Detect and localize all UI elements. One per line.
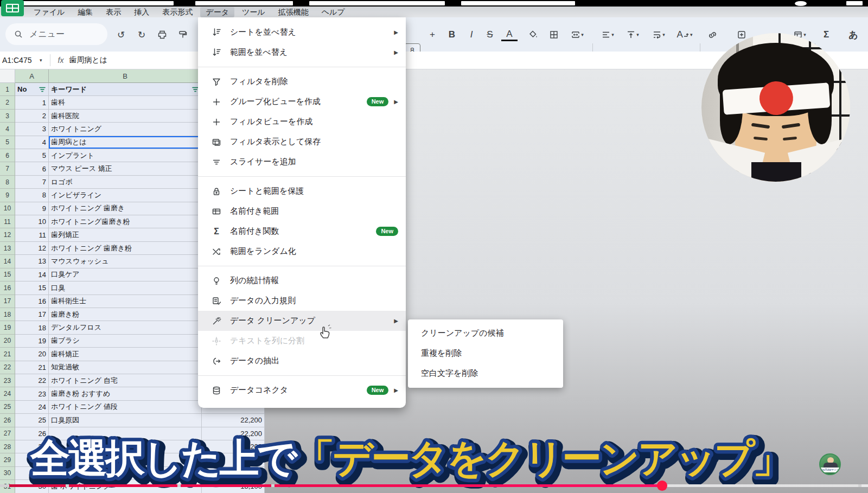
cell-b[interactable]: 口臭 — [49, 281, 202, 294]
submenu-item-クリーンアップの候補[interactable]: クリーンアップの候補 — [408, 323, 563, 343]
print-button[interactable] — [154, 27, 170, 43]
menu-bar-item-データ[interactable]: データ — [200, 7, 234, 17]
cell-a[interactable]: 23 — [15, 387, 49, 400]
menu-item-フィルタ表示として保存[interactable]: フィルタ表示として保存 — [198, 132, 406, 152]
menu-item-列の統計情報[interactable]: 列の統計情報 — [198, 271, 406, 291]
cell-a[interactable]: 14 — [15, 268, 49, 281]
merge-cells-button[interactable]: ▾ — [565, 27, 589, 43]
row-header[interactable]: 18 — [0, 308, 15, 321]
horizontal-align-button[interactable]: ▾ — [596, 27, 620, 43]
select-all-corner[interactable] — [0, 69, 15, 83]
undo-button[interactable]: ↺ — [113, 27, 129, 43]
cell-b[interactable] — [49, 440, 202, 453]
cell-c[interactable]: 22,200 — [202, 414, 265, 427]
cell-a[interactable]: 10 — [15, 215, 49, 228]
cell-a[interactable]: 17 — [15, 308, 49, 321]
cell-a[interactable]: 15 — [15, 281, 49, 294]
row-header[interactable]: 29 — [0, 453, 15, 466]
cell-a[interactable]: 11 — [15, 228, 49, 241]
menu-item-テキストを列に分割[interactable]: テキストを列に分割 — [198, 331, 406, 351]
row-header[interactable]: 7 — [0, 162, 15, 175]
row-header[interactable]: 5 — [0, 136, 15, 149]
row-header[interactable]: 2 — [0, 96, 15, 109]
cell-a[interactable]: 5 — [15, 149, 49, 162]
cell-a[interactable]: 7 — [15, 176, 49, 189]
row-header[interactable]: 11 — [0, 215, 15, 228]
cell-b[interactable]: キーワード — [49, 83, 202, 96]
menu-item-グループ化ビューを作成[interactable]: グループ化ビューを作成 New▶ — [198, 92, 406, 112]
cell-a[interactable]: 18 — [15, 321, 49, 334]
cell-b[interactable]: 歯科矯正 — [49, 348, 202, 361]
cell-a[interactable]: 9 — [15, 202, 49, 215]
cell-b[interactable]: ホワイトニング 値段 — [49, 401, 202, 414]
cell-a[interactable]: 3 — [15, 123, 49, 136]
cell-b[interactable]: 歯周病とは — [49, 136, 202, 149]
cell-a[interactable]: 27 — [15, 440, 49, 453]
cell-b[interactable]: ホワイトニング歯磨き粉 — [49, 215, 202, 228]
cell-c[interactable]: 22,200 — [202, 427, 265, 440]
menu-bar-item-拡張機能[interactable]: 拡張機能 — [273, 7, 314, 17]
cell-a[interactable]: 6 — [15, 162, 49, 175]
formula-input[interactable]: 歯周病とは — [69, 55, 107, 65]
row-header[interactable]: 23 — [0, 374, 15, 387]
row-header[interactable]: 19 — [0, 321, 15, 334]
column-header-a[interactable]: A — [15, 69, 49, 83]
cell-b[interactable]: インビザライン — [49, 189, 202, 202]
strikethrough-button[interactable]: S — [482, 27, 498, 43]
cell-b[interactable] — [49, 427, 202, 440]
row-header[interactable]: 10 — [0, 202, 15, 215]
video-progress-bar[interactable] — [0, 483, 868, 493]
cell-b[interactable]: 歯科 — [49, 96, 202, 109]
menu-item-名前付き関数[interactable]: Σ 名前付き関数 New — [198, 221, 406, 241]
cell-b[interactable]: ホワイトニング 歯磨き粉 — [49, 242, 202, 255]
redo-button[interactable]: ↻ — [133, 27, 150, 43]
row-header[interactable]: 9 — [0, 189, 15, 202]
cell-a[interactable]: 8 — [15, 189, 49, 202]
menu-item-フィルタビューを作成[interactable]: フィルタビューを作成 — [198, 112, 406, 132]
cell-b[interactable]: インプラント — [49, 149, 202, 162]
progress-playhead[interactable] — [657, 481, 667, 491]
cell-a[interactable]: 28 — [15, 453, 49, 466]
row-header[interactable]: 15 — [0, 268, 15, 281]
name-box[interactable]: A1:C475 — [0, 56, 39, 65]
menu-bar-item-ツール[interactable]: ツール — [237, 7, 271, 17]
cell-a[interactable]: 29 — [15, 467, 49, 480]
name-box-dropdown-icon[interactable]: ▾ — [40, 57, 42, 63]
filter-icon[interactable] — [39, 86, 46, 93]
input-method-indicator[interactable]: あ — [845, 27, 861, 43]
cell-a[interactable]: 20 — [15, 348, 49, 361]
column-header-b[interactable]: B — [49, 69, 202, 83]
row-header[interactable]: 25 — [0, 401, 15, 414]
cell-b[interactable]: 歯磨き粉 — [49, 308, 202, 321]
menu-item-範囲を並べ替え[interactable]: 範囲を並べ替え ▶ — [198, 42, 406, 62]
menu-item-範囲をランダム化[interactable]: 範囲をランダム化 — [198, 241, 406, 261]
fill-color-button[interactable] — [525, 27, 541, 43]
paint-format-button[interactable] — [175, 27, 191, 43]
cell-a[interactable]: 25 — [15, 414, 49, 427]
menu-item-フィルタを削除[interactable]: フィルタを削除 — [198, 72, 406, 92]
cell-b[interactable] — [49, 453, 202, 466]
menu-item-データの抽出[interactable]: データの抽出 — [198, 351, 406, 371]
text-rotation-button[interactable]: A▾ — [673, 27, 697, 43]
menu-item-スライサーを追加[interactable]: スライサーを追加 — [198, 152, 406, 172]
row-header[interactable]: 26 — [0, 414, 15, 427]
cell-c[interactable]: 22,200 — [202, 440, 265, 453]
functions-button[interactable]: Σ — [818, 27, 834, 43]
cell-b[interactable]: ホワイトニング 歯磨き — [49, 202, 202, 215]
menu-item-データの入力規則[interactable]: データの入力規則 — [198, 291, 406, 311]
row-header[interactable]: 12 — [0, 228, 15, 241]
menu-bar-item-ファイル[interactable]: ファイル — [28, 7, 70, 17]
menu-bar-item-ヘルプ[interactable]: ヘルプ — [316, 7, 350, 17]
cell-a[interactable]: 13 — [15, 255, 49, 268]
cell-b[interactable]: 口臭ケア — [49, 268, 202, 281]
cell-a[interactable]: 22 — [15, 374, 49, 387]
row-header[interactable]: 1 — [0, 83, 15, 96]
cell-c[interactable]: 18,100 — [202, 467, 265, 480]
menu-item-シートを並べ替え[interactable]: シートを並べ替え ▶ — [198, 22, 406, 42]
search-input[interactable]: メニュー — [5, 23, 107, 45]
italic-button[interactable]: I — [463, 27, 480, 43]
row-header[interactable]: 6 — [0, 149, 15, 162]
row-header[interactable]: 4 — [0, 123, 15, 136]
font-size-increase-button[interactable]: + — [424, 27, 441, 43]
row-header[interactable]: 28 — [0, 440, 15, 453]
